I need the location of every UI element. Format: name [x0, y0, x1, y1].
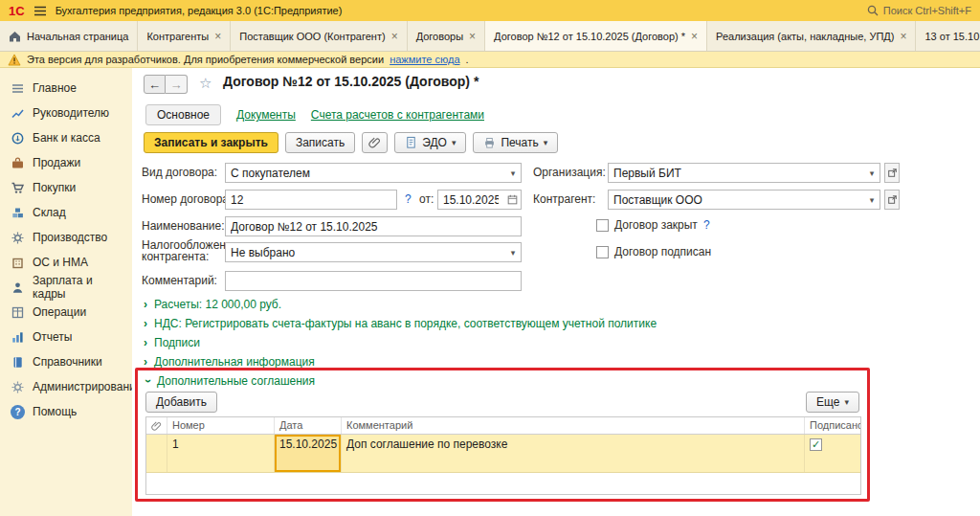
column-header-comment[interactable]: Комментарий — [342, 417, 805, 434]
tab-dogovory[interactable]: Договоры × — [408, 21, 485, 51]
contract-date-field[interactable] — [437, 190, 522, 210]
taxation-combobox[interactable]: ▾ — [225, 242, 522, 262]
table-row[interactable]: 1 15.10.2025 Доп соглашение по перевозке… — [146, 435, 860, 473]
close-icon[interactable]: × — [900, 31, 906, 42]
tab-13-dogovor[interactable]: 13 от 15.10.2025 (Договор) × — [916, 21, 980, 51]
attach-button[interactable] — [362, 132, 388, 153]
contract-signed-checkbox[interactable]: Договор подписан — [596, 245, 711, 258]
contract-number-field[interactable] — [225, 190, 397, 210]
tab-realizaciya[interactable]: Реализация (акты, накладные, УПД) × — [707, 21, 916, 51]
sidebar-item-pomoshch[interactable]: ? Помощь — [0, 399, 132, 424]
tab-kontragenty[interactable]: Контрагенты × — [138, 21, 231, 51]
save-and-close-button[interactable]: Записать и закрыть — [144, 132, 278, 153]
row-attachment-cell[interactable] — [146, 435, 167, 472]
section-podpisi[interactable]: › Подписи — [144, 336, 200, 349]
favorite-star-icon[interactable]: ☆ — [199, 75, 212, 92]
column-header-number[interactable]: Номер — [167, 417, 275, 434]
chevron-down-icon[interactable]: ▾ — [864, 164, 880, 182]
organization-open-button[interactable] — [884, 163, 900, 183]
section-raschety[interactable]: › Расчеты: 12 000,00 руб. — [144, 298, 281, 311]
close-icon[interactable]: × — [469, 31, 476, 42]
sidebar-item-os-i-nma[interactable]: ОС и НМА — [0, 250, 132, 275]
add-agreement-button[interactable]: Добавить — [145, 392, 217, 413]
warning-link[interactable]: нажмите сюда — [390, 54, 459, 65]
checkbox-unchecked[interactable] — [596, 219, 609, 232]
contract-kind-input[interactable] — [226, 167, 505, 180]
print-button[interactable]: Печать ▾ — [473, 132, 558, 153]
save-button[interactable]: Записать — [285, 132, 355, 153]
contract-kind-combobox[interactable]: ▾ — [225, 163, 522, 183]
contract-number-input[interactable] — [226, 193, 396, 207]
edo-button[interactable]: ЭДО ▾ — [394, 132, 466, 153]
sidebar-item-sklad[interactable]: Склад — [0, 200, 132, 225]
organization-input[interactable] — [609, 167, 864, 180]
name-input[interactable] — [226, 220, 521, 234]
search-icon — [867, 5, 879, 16]
calendar-icon[interactable] — [503, 191, 521, 209]
column-header-signed[interactable]: Подписано — [805, 417, 860, 434]
sidebar-item-proizvodstvo[interactable]: Производство — [0, 225, 132, 250]
row-date-cell-selected[interactable]: 15.10.2025 — [275, 435, 342, 472]
sidebar-item-otchety[interactable]: Отчеты — [0, 325, 132, 349]
name-field[interactable] — [225, 216, 522, 236]
paperclip-icon — [151, 420, 162, 432]
tab-label: Контрагенты — [146, 31, 209, 42]
hamburger-menu-icon[interactable] — [33, 6, 47, 16]
counterparty-combobox[interactable]: ▾ — [608, 190, 880, 210]
close-icon[interactable]: × — [214, 31, 221, 42]
contract-date-input[interactable] — [438, 193, 503, 207]
comment-input[interactable] — [226, 275, 521, 288]
app-window: 1С Бухгалтерия предприятия, редакция 3.0… — [0, 0, 980, 516]
close-icon[interactable]: × — [391, 31, 398, 42]
menu-lines-icon — [11, 81, 25, 96]
comment-field[interactable] — [225, 271, 522, 291]
closed-hint-link[interactable]: ? — [703, 218, 710, 232]
forward-button[interactable]: → — [166, 75, 188, 94]
sidebar-item-glavnoe[interactable]: Главное — [0, 76, 132, 101]
contract-closed-checkbox[interactable]: Договор закрыт ? — [596, 218, 710, 232]
sidebar-item-operacii[interactable]: Операции — [0, 300, 132, 325]
checkbox-unchecked[interactable] — [596, 246, 609, 258]
section-nds[interactable]: › НДС: Регистрировать счета-фактуры на а… — [144, 317, 657, 330]
more-button[interactable]: Еще ▾ — [806, 392, 859, 413]
chevron-right-icon: › — [144, 355, 147, 369]
chevron-down-icon[interactable]: ▾ — [505, 164, 521, 182]
open-link-icon — [887, 194, 898, 205]
tab-dogovor-12-active[interactable]: Договор №12 от 15.10.2025 (Договор) * × — [485, 21, 707, 51]
counterparty-open-button[interactable] — [884, 190, 900, 210]
chevron-down-icon[interactable]: ▾ — [864, 191, 880, 209]
sidebar-label: Покупки — [33, 181, 76, 194]
tab-dokumenty[interactable]: Документы — [236, 108, 296, 122]
row-signed-cell[interactable]: ✓ — [805, 435, 860, 472]
section-dop-informaciya[interactable]: › Дополнительная информация — [144, 355, 315, 369]
organization-combobox[interactable]: ▾ — [608, 163, 880, 183]
table-header-row: Номер Дата Комментарий Подписано — [146, 417, 860, 435]
counterparty-input[interactable] — [609, 193, 864, 207]
tab-postavshchik[interactable]: Поставщик ООО (Контрагент) × — [231, 21, 407, 51]
tab-osnovnoe[interactable]: Основное — [145, 104, 221, 125]
column-header-date[interactable]: Дата — [275, 417, 342, 434]
sidebar-item-prodazhi[interactable]: Продажи — [0, 150, 132, 175]
form-toolbar: Записать и закрыть Записать ЭДО ▾ Печать… — [144, 132, 558, 153]
chevron-down-icon[interactable]: ▾ — [505, 243, 521, 261]
window-title: Бухгалтерия предприятия, редакция 3.0 (1… — [56, 5, 343, 16]
row-number-cell[interactable]: 1 — [167, 435, 275, 472]
coin-icon — [11, 131, 25, 146]
check-icon: ✓ — [812, 439, 820, 450]
sidebar-item-pokupki[interactable]: Покупки — [0, 175, 132, 200]
sidebar-item-zarplata-i-kadry[interactable]: Зарплата и кадры — [0, 275, 132, 300]
checkbox-checked[interactable]: ✓ — [810, 438, 822, 451]
taxation-input[interactable] — [226, 246, 505, 259]
close-icon[interactable]: × — [691, 31, 698, 42]
number-hint-link[interactable]: ? — [405, 192, 412, 206]
sidebar-item-spravochniki[interactable]: Справочники — [0, 349, 132, 374]
sidebar-item-rukovoditelyu[interactable]: Руководителю — [0, 101, 132, 125]
tab-home[interactable]: Начальная страница — [0, 21, 138, 51]
sidebar-item-bank-i-kassa[interactable]: Банк и касса — [0, 125, 132, 150]
row-comment-cell[interactable]: Доп соглашение по перевозке — [342, 435, 805, 472]
back-button[interactable]: ← — [144, 75, 166, 94]
tab-scheta-raschetov[interactable]: Счета расчетов с контрагентами — [311, 108, 484, 122]
section-dop-soglasheniya[interactable]: › Дополнительные соглашения — [146, 374, 315, 388]
sidebar-item-administrirovanie[interactable]: Администрирование — [0, 374, 132, 399]
global-search[interactable]: Поиск Ctrl+Shift+F — [867, 5, 971, 16]
